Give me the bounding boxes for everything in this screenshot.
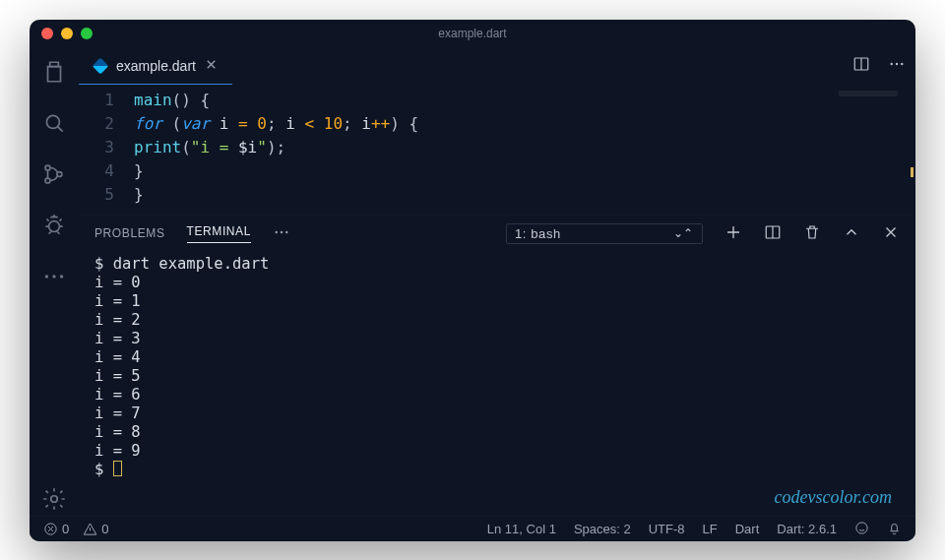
more-icon[interactable] [41, 264, 67, 293]
activity-bar [30, 47, 79, 516]
source-control-icon[interactable] [41, 161, 67, 191]
editor-more-icon[interactable] [888, 55, 906, 77]
svg-point-8 [51, 496, 58, 503]
watermark: codevscolor.com [775, 487, 892, 508]
maximize-window-button[interactable] [81, 28, 93, 39]
svg-point-1 [45, 165, 50, 170]
svg-point-15 [285, 230, 287, 232]
svg-point-18 [856, 522, 867, 532]
trash-icon[interactable] [803, 223, 821, 244]
tab-close-button[interactable] [204, 57, 219, 75]
tab-label: example.dart [116, 58, 196, 74]
line-numbers: 1 2 3 4 5 [79, 89, 134, 207]
terminal-output[interactable]: $ dart example.dart i = 0 i = 1 i = 2 i … [79, 251, 915, 516]
notifications-bell-icon[interactable] [887, 521, 902, 538]
titlebar: example.dart [30, 20, 915, 47]
close-window-button[interactable] [41, 28, 53, 39]
svg-point-5 [45, 275, 48, 278]
svg-point-3 [57, 172, 62, 177]
svg-point-7 [60, 275, 63, 278]
terminal-cursor [113, 461, 122, 476]
svg-point-12 [901, 63, 903, 65]
minimize-window-button[interactable] [61, 28, 73, 39]
status-sdk[interactable]: Dart: 2.6.1 [777, 522, 837, 536]
svg-point-6 [52, 275, 55, 278]
search-icon[interactable] [41, 110, 67, 140]
explorer-icon[interactable] [41, 59, 67, 89]
svg-point-14 [281, 230, 283, 232]
bottom-panel: PROBLEMS TERMINAL 1: bash ⌄⌃ [79, 215, 915, 516]
chevron-up-icon[interactable] [843, 223, 860, 244]
minimap[interactable] [839, 91, 898, 96]
dart-file-icon [93, 57, 109, 74]
svg-point-13 [276, 230, 278, 232]
code-content[interactable]: main() { for (var i = 0; i < 10; i++) { … [134, 89, 418, 207]
close-panel-icon[interactable] [882, 223, 900, 244]
svg-point-11 [896, 63, 898, 65]
status-bar: 0 0 Ln 11, Col 1 Spaces: 2 UTF-8 LF Dart… [30, 516, 915, 541]
panel-tab-problems[interactable]: PROBLEMS [94, 226, 165, 240]
split-terminal-icon[interactable] [764, 223, 782, 244]
new-terminal-icon[interactable] [724, 223, 742, 244]
svg-point-2 [45, 178, 50, 183]
debug-icon[interactable] [41, 213, 67, 242]
feedback-smiley-icon[interactable] [854, 521, 869, 538]
status-errors[interactable]: 0 [43, 522, 69, 536]
editor-tabs: example.dart [79, 47, 915, 85]
svg-point-10 [891, 63, 893, 65]
svg-point-0 [46, 115, 59, 128]
status-encoding[interactable]: UTF-8 [649, 522, 685, 536]
status-warnings[interactable]: 0 [83, 522, 108, 536]
window-controls [41, 28, 93, 39]
panel-tab-terminal[interactable]: TERMINAL [187, 224, 251, 243]
scroll-decoration [911, 167, 914, 177]
settings-gear-icon[interactable] [41, 486, 67, 516]
tab-example-dart[interactable]: example.dart [79, 47, 232, 85]
status-cursor-position[interactable]: Ln 11, Col 1 [487, 522, 556, 536]
code-editor[interactable]: 1 2 3 4 5 main() { for (var i = 0; i < 1… [79, 85, 915, 215]
status-indent[interactable]: Spaces: 2 [574, 522, 631, 536]
svg-point-4 [49, 221, 60, 232]
vscode-window: example.dart [30, 20, 915, 541]
status-language[interactable]: Dart [735, 522, 760, 536]
window-title: example.dart [30, 27, 915, 40]
panel-more-icon[interactable] [273, 223, 290, 244]
split-editor-icon[interactable] [852, 55, 870, 77]
terminal-selector[interactable]: 1: bash ⌄⌃ [506, 223, 703, 244]
status-eol[interactable]: LF [703, 522, 718, 536]
dropdown-caret-icon: ⌄⌃ [673, 226, 694, 240]
